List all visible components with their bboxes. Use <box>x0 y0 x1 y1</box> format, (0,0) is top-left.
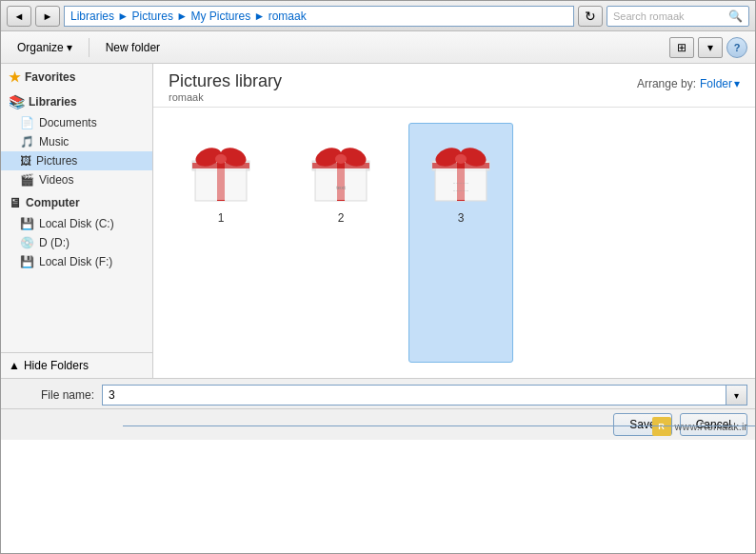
sidebar-item-drive-d[interactable]: 💿 D (D:) <box>1 233 152 252</box>
saveas-dropdown: PNG (*.PNG;*.PNS) Photoshop (*.PSD;*.PDD… <box>123 425 755 426</box>
file-grid: 1 <box>153 108 755 378</box>
music-label: Music <box>39 135 69 148</box>
library-title: Pictures library <box>169 71 282 91</box>
svg-point-7 <box>215 154 227 164</box>
favorites-header: ★ Favorites <box>1 64 152 89</box>
new-folder-button[interactable]: New folder <box>97 37 169 58</box>
organize-dropdown-icon: ▾ <box>67 41 72 54</box>
filename-field-group: ▾ <box>102 385 747 406</box>
view-dropdown-button[interactable]: ▾ <box>698 37 723 58</box>
gift-icon-3: ............ ............ <box>428 134 494 206</box>
local-disk-f-label: Local Disk (F:) <box>39 255 112 268</box>
search-box[interactable]: Search romaak 🔍 <box>607 6 749 27</box>
file-item-1[interactable]: 1 <box>169 123 273 363</box>
view-button[interactable]: ⊞ <box>669 37 694 58</box>
new-folder-label: New folder <box>106 41 160 54</box>
favorites-label: Favorites <box>25 70 75 84</box>
refresh-button[interactable]: ↻ <box>578 6 603 27</box>
documents-icon: 📄 <box>20 116 34 129</box>
libraries-icon: 📚 <box>9 94 25 109</box>
library-subtitle: romaak <box>169 91 282 103</box>
sidebar-item-local-disk-c[interactable]: 💾 Local Disk (C:) <box>1 214 152 233</box>
toolbar-separator <box>89 38 90 57</box>
filename-label: File name: <box>9 388 94 402</box>
address-path[interactable]: Libraries ► Pictures ► My Pictures ► rom… <box>64 6 574 27</box>
file-name-1: 1 <box>218 211 225 225</box>
svg-text:............: ............ <box>453 187 469 192</box>
favorites-star-icon: ★ <box>9 69 21 85</box>
arrange-by-value[interactable]: Folder ▾ <box>700 77 740 90</box>
watermark-text: www.Romaak.ir <box>675 421 747 432</box>
arrange-by-dropdown-icon: ▾ <box>734 77 740 90</box>
organize-button[interactable]: Organize ▾ <box>9 37 81 58</box>
library-info: Pictures library romaak <box>169 71 282 103</box>
drive-d-icon: 💿 <box>20 236 34 249</box>
file-name-3: 3 <box>458 211 465 225</box>
content-area: Pictures library romaak Arrange by: Fold… <box>153 64 755 378</box>
local-disk-c-label: Local Disk (C:) <box>39 217 114 230</box>
pictures-icon: 🖼 <box>20 154 31 168</box>
videos-label: Videos <box>39 173 73 187</box>
sidebar-item-music[interactable]: 🎵 Music <box>1 132 152 151</box>
videos-icon: 🎬 <box>20 173 34 187</box>
svg-text:............: ............ <box>453 179 469 185</box>
gift-icon-2: text <box>308 134 374 206</box>
svg-point-24 <box>455 154 467 164</box>
search-icon: 🔍 <box>728 10 743 23</box>
gift-icon-1 <box>188 134 254 206</box>
action-bar: Save Cancel R www.Romaak.ir <box>1 408 755 440</box>
file-thumbnail-2: text <box>298 131 384 208</box>
sidebar-item-pictures[interactable]: 🖼 Pictures <box>1 151 152 170</box>
sidebar-item-documents[interactable]: 📄 Documents <box>1 113 152 132</box>
arrange-by-label: Arrange by: <box>637 77 696 90</box>
toolbar-right: ⊞ ▾ ? <box>669 37 747 58</box>
computer-header: 🖥 Computer <box>1 189 152 214</box>
svg-point-15 <box>335 154 347 164</box>
svg-text:text: text <box>336 185 346 190</box>
content-header: Pictures library romaak Arrange by: Fold… <box>153 64 755 108</box>
pictures-label: Pictures <box>36 154 77 168</box>
local-disk-f-icon: 💾 <box>20 255 34 268</box>
file-item-2[interactable]: text 2 <box>288 123 393 363</box>
drive-d-label: D (D:) <box>39 236 70 249</box>
libraries-label: Libraries <box>29 95 77 109</box>
toolbar: Organize ▾ New folder ⊞ ▾ ? <box>1 31 755 64</box>
libraries-header: 📚 Libraries <box>1 89 152 113</box>
address-bar: ◄ ► Libraries ► Pictures ► My Pictures ►… <box>1 1 755 31</box>
local-disk-c-icon: 💾 <box>20 217 34 230</box>
watermark: R www.Romaak.ir <box>652 417 747 436</box>
help-button[interactable]: ? <box>726 37 747 58</box>
main-layout: ★ Favorites 📚 Libraries 📄 Documents 🎵 Mu… <box>1 64 755 378</box>
sidebar-item-local-disk-f[interactable]: 💾 Local Disk (F:) <box>1 252 152 271</box>
watermark-icon: R <box>652 417 671 436</box>
path-text: Libraries ► Pictures ► My Pictures ► rom… <box>70 10 307 23</box>
search-placeholder: Search romaak <box>613 10 685 22</box>
file-name-2: 2 <box>338 211 345 225</box>
documents-label: Documents <box>39 116 97 129</box>
arrange-by[interactable]: Arrange by: Folder ▾ <box>637 77 740 90</box>
music-icon: 🎵 <box>20 135 34 148</box>
hide-folders-button[interactable]: ▲ Hide Folders <box>1 352 152 378</box>
computer-icon: 🖥 <box>9 195 22 210</box>
computer-label: Computer <box>26 196 80 209</box>
sidebar-item-videos[interactable]: 🎬 Videos <box>1 170 152 189</box>
hide-folders-arrow-icon: ▲ <box>9 359 20 372</box>
forward-button[interactable]: ► <box>35 6 60 27</box>
organize-label: Organize <box>17 41 64 54</box>
file-item-3[interactable]: ............ ............ 3 <box>408 123 513 363</box>
hide-folders-label: Hide Folders <box>24 359 89 372</box>
file-thumbnail-1 <box>178 131 264 208</box>
filename-input[interactable] <box>102 385 726 406</box>
back-button[interactable]: ◄ <box>7 6 31 27</box>
sidebar: ★ Favorites 📚 Libraries 📄 Documents 🎵 Mu… <box>1 64 153 378</box>
filename-dropdown-button[interactable]: ▾ <box>726 385 747 406</box>
dropdown-item-png[interactable]: PNG (*.PNG;*.PNS) <box>124 425 754 426</box>
filename-row: File name: ▾ <box>9 385 747 406</box>
file-thumbnail-3: ............ ............ <box>418 131 504 208</box>
svg-rect-8 <box>196 168 246 200</box>
